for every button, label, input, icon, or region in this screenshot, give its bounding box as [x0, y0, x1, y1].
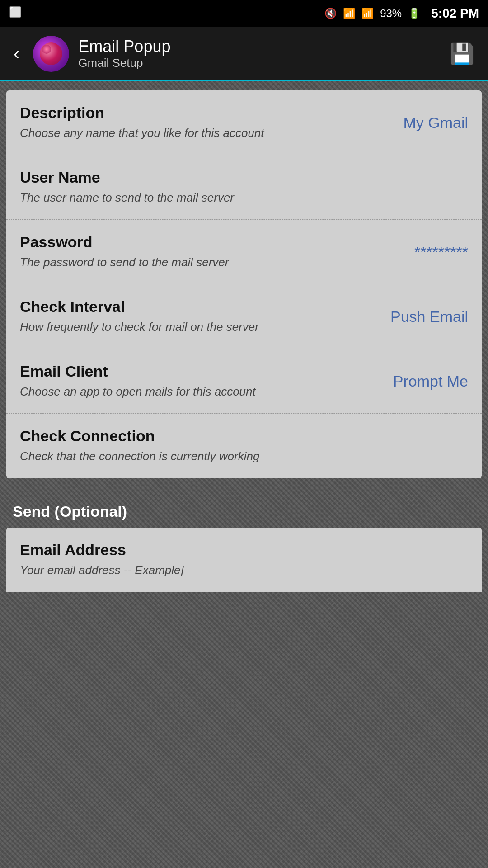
settings-item-left-description: Description Choose any name that you lik… [20, 104, 403, 141]
settings-title-username: User Name [20, 169, 459, 186]
settings-value-check-interval: Push Email [390, 308, 468, 326]
settings-desc-password: The password to send to the mail server [20, 255, 405, 270]
settings-item-left-check-interval: Check Interval How frequently to check f… [20, 298, 390, 335]
settings-item-password[interactable]: Password The password to send to the mai… [6, 220, 482, 284]
back-button[interactable]: ‹ [9, 39, 24, 68]
settings-desc-description: Choose any name that you like for this a… [20, 125, 394, 141]
battery-percent: 93% [380, 7, 402, 20]
section-header-send-optional: Send (Optional) [6, 489, 482, 528]
settings-item-username[interactable]: User Name The user name to send to the m… [6, 155, 482, 220]
app-subtitle: Gmail Setup [78, 56, 445, 70]
settings-title-email-address: Email Address [20, 541, 459, 559]
settings-desc-check-connection: Check that the connection is currently w… [20, 448, 459, 464]
settings-title-check-connection: Check Connection [20, 427, 459, 445]
settings-title-check-interval: Check Interval [20, 298, 381, 316]
settings-card-bottom: Email Address Your email address -- Exam… [6, 528, 482, 592]
settings-value-password: ********* [414, 243, 468, 261]
settings-item-check-interval[interactable]: Check Interval How frequently to check f… [6, 284, 482, 349]
settings-value-description: My Gmail [403, 114, 468, 132]
screenshot-icon: ⬜ [9, 6, 21, 18]
mute-icon: 🔇 [324, 8, 337, 19]
settings-title-email-client: Email Client [20, 363, 384, 380]
section-header-label: Send (Optional) [13, 503, 127, 520]
settings-item-left-password: Password The password to send to the mai… [20, 233, 414, 270]
settings-title-password: Password [20, 233, 405, 251]
app-logo [33, 36, 69, 72]
status-time: 5:02 PM [431, 6, 479, 21]
settings-item-left-username: User Name The user name to send to the m… [20, 169, 468, 206]
wifi-icon: 📶 [343, 8, 355, 19]
settings-card-main: Description Choose any name that you lik… [6, 90, 482, 478]
settings-item-email-address[interactable]: Email Address Your email address -- Exam… [6, 528, 482, 592]
status-bar: ⬜ 🔇 📶 📶 93% 🔋 5:02 PM [0, 0, 488, 27]
settings-title-description: Description [20, 104, 394, 122]
settings-item-left-check-connection: Check Connection Check that the connecti… [20, 427, 468, 464]
content-background: Description Choose any name that you lik… [0, 81, 488, 868]
app-bar: ‹ Email Popup Gmail Setup 💾 [0, 27, 488, 81]
settings-desc-email-client: Choose an app to open mails for this acc… [20, 384, 384, 400]
app-title: Email Popup [78, 37, 445, 56]
app-logo-inner [40, 42, 62, 65]
settings-item-email-client[interactable]: Email Client Choose an app to open mails… [6, 349, 482, 414]
battery-icon: 🔋 [408, 8, 420, 19]
settings-desc-email-address: Your email address -- Example] [20, 562, 459, 578]
settings-desc-username: The user name to send to the mail server [20, 190, 459, 206]
save-button[interactable]: 💾 [445, 38, 479, 70]
status-icons: ⬜ 🔇 📶 📶 93% 🔋 5:02 PM [324, 6, 479, 21]
settings-item-left-email-address: Email Address Your email address -- Exam… [20, 541, 468, 578]
settings-item-description[interactable]: Description Choose any name that you lik… [6, 90, 482, 155]
settings-value-email-client: Prompt Me [393, 373, 468, 390]
settings-desc-check-interval: How frequently to check for mail on the … [20, 319, 381, 335]
settings-item-left-email-client: Email Client Choose an app to open mails… [20, 363, 393, 400]
signal-icon: 📶 [361, 8, 374, 19]
settings-item-check-connection[interactable]: Check Connection Check that the connecti… [6, 414, 482, 478]
app-bar-titles: Email Popup Gmail Setup [78, 37, 445, 70]
